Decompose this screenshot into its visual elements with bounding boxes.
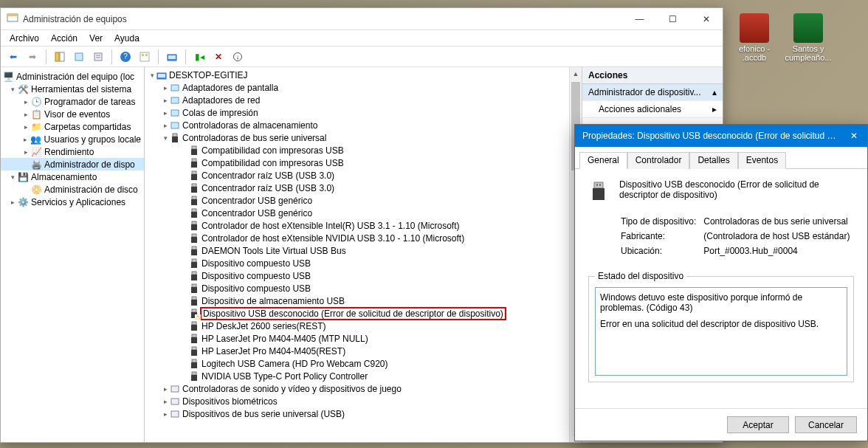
scroll-up-arrow[interactable]: ▲ — [570, 67, 582, 80]
tab-controlador[interactable]: Controlador — [627, 152, 690, 169]
chevron-down-icon[interactable]: ▾ — [8, 173, 17, 181]
back-button[interactable]: ⬅ — [5, 49, 21, 65]
scan-hardware-button[interactable] — [164, 49, 180, 65]
chevron-right-icon[interactable]: ▸ — [161, 410, 170, 418]
update-driver-button[interactable]: ↓ — [230, 49, 246, 65]
svg-rect-12 — [168, 55, 176, 59]
view-button[interactable] — [137, 49, 153, 65]
menu-ver[interactable]: Ver — [85, 32, 107, 45]
tree-row[interactable]: ▸Adaptadores de red — [145, 94, 582, 106]
menu-ayuda[interactable]: Ayuda — [110, 32, 144, 45]
tree-row[interactable]: Concentrador raíz USB (USB 3.0) — [145, 169, 582, 182]
chevron-right-icon[interactable]: ▸ — [161, 84, 170, 92]
chevron-right-icon[interactable]: ▸ — [21, 123, 30, 131]
tree-row[interactable]: ▸Dispositivos de bus serie universal (US… — [145, 407, 582, 420]
chevron-right-icon[interactable]: ▸ — [8, 199, 17, 206]
minimize-button[interactable]: — — [623, 8, 656, 30]
tree-row[interactable]: DAEMON Tools Lite Virtual USB Bus — [145, 244, 582, 257]
maximize-button[interactable]: ☐ — [656, 8, 689, 30]
tab-general[interactable]: General — [579, 152, 627, 169]
svg-rect-45 — [192, 297, 196, 300]
desktop-icon-access[interactable]: efonico - .accdb — [728, 13, 780, 62]
tree-row[interactable]: Logitech USB Camera (HD Pro Webcam C920) — [145, 357, 582, 370]
chevron-right-icon[interactable]: ▸ — [21, 136, 30, 143]
tree-label: HP DeskJet 2600 series(REST) — [202, 321, 326, 331]
close-button[interactable]: ✕ — [689, 8, 723, 30]
usb-device-icon — [587, 179, 610, 203]
tree-row[interactable]: ▸Controladoras de sonido y vídeo y dispo… — [145, 382, 582, 395]
desktop-icon-excel[interactable]: Santos y cumpleaño... — [782, 13, 834, 62]
chevron-right-icon[interactable]: ▸ — [21, 98, 30, 106]
help-button[interactable]: ? — [117, 49, 134, 65]
navigation-tree[interactable]: 🖥️Administración del equipo (loc ▾🛠️Herr… — [1, 67, 145, 442]
ok-button[interactable]: Aceptar — [727, 416, 789, 433]
properties-button[interactable] — [71, 49, 87, 65]
chevron-right-icon[interactable]: ▸ — [161, 109, 170, 117]
nav-services[interactable]: Servicios y Aplicaciones — [31, 197, 125, 207]
tree-row[interactable]: HP LaserJet Pro M404-M405 (MTP NULL) — [145, 332, 582, 345]
nav-item[interactable]: Programador de tareas — [44, 97, 135, 107]
chevron-down-icon[interactable]: ▾ — [8, 86, 17, 93]
collapse-icon[interactable]: ▴ — [712, 87, 717, 97]
chevron-right-icon[interactable]: ▸ — [161, 398, 170, 405]
nav-item[interactable]: Rendimiento — [44, 147, 94, 157]
export-list-button[interactable] — [90, 49, 106, 65]
chevron-down-icon[interactable]: ▾ — [148, 72, 156, 79]
chevron-right-icon[interactable]: ▸ — [21, 148, 30, 156]
chevron-right-icon[interactable]: ▸ — [161, 385, 170, 393]
tree-row[interactable]: Concentrador USB genérico — [145, 194, 582, 207]
tab-eventos[interactable]: Eventos — [738, 152, 786, 169]
tree-row[interactable]: ▸Colas de impresión — [145, 106, 582, 119]
nav-item[interactable]: Visor de eventos — [44, 109, 110, 120]
tree-row[interactable]: Dispositivo USB desconocido (Error de so… — [145, 307, 582, 320]
svg-rect-39 — [192, 259, 196, 262]
tree-row[interactable]: Compatibilidad con impresoras USB — [145, 144, 582, 156]
dialog-titlebar[interactable]: Propiedades: Dispositivo USB desconocido… — [575, 125, 867, 147]
tree-row[interactable]: ▾Controladoras de bus serie universal — [145, 131, 582, 144]
device-tree-panel[interactable]: ▾DESKTOP-EGITIEJ▸Adaptadores de pantalla… — [145, 67, 582, 442]
show-hide-tree-button[interactable] — [52, 49, 68, 65]
tree-row[interactable]: ▸Adaptadores de pantalla — [145, 81, 582, 94]
chevron-right-icon[interactable]: ▸ — [161, 97, 170, 104]
nav-device-manager[interactable]: Administrador de dispo — [44, 159, 135, 170]
tab-detalles[interactable]: Detalles — [689, 152, 737, 169]
actions-section-primary[interactable]: Administrador de dispositiv... ▴ — [582, 84, 723, 101]
uninstall-button[interactable]: ✕ — [210, 49, 227, 65]
nav-item[interactable]: Carpetas compartidas — [44, 122, 131, 132]
tree-row[interactable]: Concentrador USB genérico — [145, 207, 582, 219]
cancel-button[interactable]: Cancelar — [795, 416, 857, 433]
menu-accion[interactable]: Acción — [46, 32, 82, 45]
menu-archivo[interactable]: Archivo — [5, 32, 44, 45]
tree-row[interactable]: Controlador de host eXtensible Intel(R) … — [145, 219, 582, 232]
enable-button[interactable]: ▮◂ — [191, 49, 207, 65]
dialog-close-button[interactable]: ✕ — [841, 125, 867, 147]
status-textbox[interactable]: Windows detuvo este dispositivo porque i… — [595, 287, 847, 376]
forward-button[interactable]: ➡ — [24, 49, 41, 65]
tree-row[interactable]: Compatibilidad con impresoras USB — [145, 156, 582, 169]
nav-storage[interactable]: Almacenamiento — [31, 172, 97, 182]
chevron-right-icon[interactable]: ▸ — [161, 122, 170, 129]
nav-root[interactable]: Administración del equipo (loc — [16, 72, 134, 82]
tree-row[interactable]: Dispositivo compuesto USB — [145, 269, 582, 282]
chevron-right-icon[interactable]: ▸ — [21, 111, 30, 118]
tree-row[interactable]: NVIDIA USB Type-C Port Policy Controller — [145, 370, 582, 382]
tree-row[interactable]: Controlador de host eXtensible NVIDIA US… — [145, 232, 582, 244]
tree-row[interactable]: Dispositivo compuesto USB — [145, 257, 582, 269]
tree-row[interactable]: ▾DESKTOP-EGITIEJ — [145, 69, 582, 81]
tree-row[interactable]: HP LaserJet Pro M404-M405(REST) — [145, 345, 582, 357]
nav-item[interactable]: Administración de disco — [44, 185, 138, 195]
tree-label: Controladoras de almacenamiento — [182, 120, 317, 131]
actions-section-secondary[interactable]: Acciones adicionales ▸ — [582, 101, 723, 118]
nav-sys-tools[interactable]: Herramientas del sistema — [31, 84, 131, 94]
tree-row[interactable]: Concentrador raíz USB (USB 3.0) — [145, 182, 582, 194]
tree-row[interactable]: Dispositivo compuesto USB — [145, 282, 582, 294]
titlebar[interactable]: Administración de equipos — ☐ ✕ — [1, 8, 723, 30]
tree-row[interactable]: ▸Controladoras de almacenamiento — [145, 119, 582, 131]
actions-primary-label: Administrador de dispositiv... — [588, 87, 701, 97]
chevron-right-icon[interactable]: ▸ — [712, 104, 717, 114]
nav-item[interactable]: Usuarios y grupos locale — [44, 134, 141, 145]
tree-row[interactable]: ▸Dispositivos biométricos — [145, 395, 582, 407]
tree-row[interactable]: Dispositivo de almacenamiento USB — [145, 294, 582, 307]
tree-row[interactable]: HP DeskJet 2600 series(REST) — [145, 320, 582, 332]
chevron-down-icon[interactable]: ▾ — [161, 134, 170, 142]
